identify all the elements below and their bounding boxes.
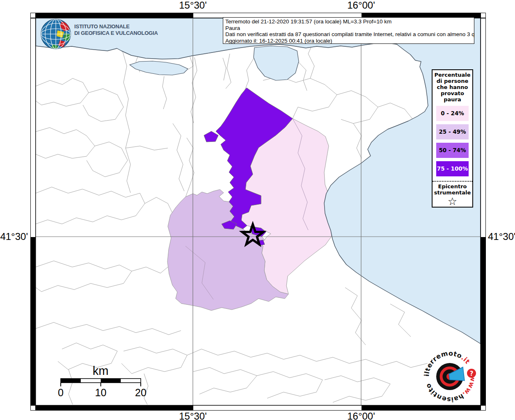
- ingv-line2: DI GEOFISICA E VULCANOLOGIA: [74, 30, 158, 37]
- title-line-effect: Paura: [225, 25, 472, 32]
- title-box: Terremoto del 21-12-2020 19:31:57 (ora l…: [223, 17, 474, 44]
- legend-swatch-50-74: 50 - 74%: [436, 143, 469, 158]
- scale-tick-10: 10: [95, 387, 107, 398]
- legend-separator: [433, 181, 472, 182]
- legend-swatch-25-49: 25 - 49%: [436, 124, 469, 139]
- scale-tick-0: 0: [58, 387, 64, 398]
- ingv-logo-text: ISTITUTO NAZIONALE DI GEOFISICA E VULCAN…: [74, 23, 158, 37]
- legend-swatch-0-24: 0 - 24%: [436, 106, 469, 121]
- legend-title: Percentuale di persone che hanno provato…: [433, 72, 472, 103]
- title-line-event: Terremoto del 21-12-2020 19:31:57 (ora l…: [225, 18, 472, 25]
- grid-label-top-left: 15°30': [164, 0, 222, 11]
- map-frame-left: [30, 18, 36, 405]
- frame-corner-tr: [481, 13, 486, 18]
- frame-corner-bl: [30, 405, 36, 411]
- map-frame-bottom: [36, 405, 481, 411]
- ingv-line1: ISTITUTO NAZIONALE: [74, 23, 158, 30]
- grid-label-top-right: 16°00': [332, 0, 390, 11]
- grid-label-right: 41°30': [488, 231, 515, 242]
- grid-label-bottom-right: 16°00': [332, 411, 390, 420]
- map-canvas: km 0 10 20: [0, 0, 515, 420]
- grid-label-bottom-left: 15°30': [164, 411, 222, 420]
- scale-tick-20: 20: [135, 387, 146, 398]
- title-line-source: Dati non verificati estratti da 87 quest…: [225, 31, 472, 38]
- grid-label-left: 41°30': [0, 231, 28, 242]
- scale-unit-label: km: [93, 364, 109, 377]
- title-line-updated: Aggiornato il: 16-12-2025 00:41 (ora loc…: [225, 38, 472, 44]
- legend-epicenter-label: Epicentro strumentale: [433, 183, 472, 196]
- frame-corner-tl: [30, 13, 36, 18]
- legend-swatch-75-100: 75 - 100%: [436, 161, 469, 176]
- frame-corner-br: [481, 405, 486, 411]
- question-mark-icon: ?: [470, 370, 474, 377]
- felt-map-page: km 0 10 20: [0, 0, 515, 420]
- map-frame-right: [481, 18, 486, 405]
- legend: Percentuale di persone che hanno provato…: [432, 69, 473, 208]
- legend-star-icon: ☆: [433, 196, 472, 207]
